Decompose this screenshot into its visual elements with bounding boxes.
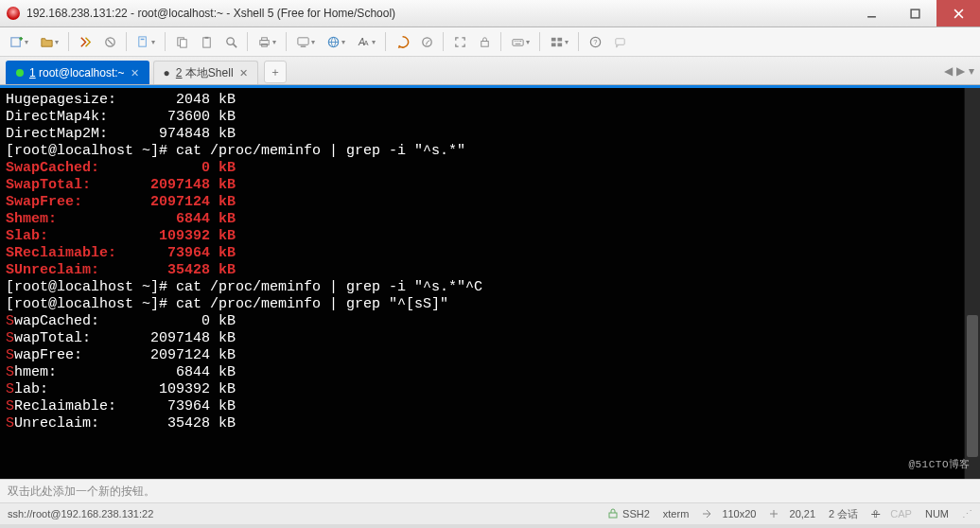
- print-button[interactable]: ▾: [252, 30, 282, 53]
- add-tab-button[interactable]: ＋: [264, 61, 287, 83]
- lock-button[interactable]: [472, 30, 497, 53]
- find-button[interactable]: [219, 30, 243, 53]
- status-term: xterm: [663, 508, 690, 519]
- tab-nav: ◀ ▶ ▾: [944, 57, 974, 84]
- statusbar: ssh://root@192.168.238.131:22 SSH2 xterm…: [0, 502, 980, 524]
- svg-rect-18: [262, 37, 268, 40]
- svg-rect-27: [513, 39, 523, 45]
- status-cursor: 20,21: [769, 508, 815, 519]
- tab-label: 2 本地Shell: [176, 65, 234, 81]
- svg-rect-39: [615, 38, 623, 44]
- status-connection: ssh://root@192.168.238.131:22: [8, 508, 153, 519]
- tab-next-icon[interactable]: ▶: [956, 64, 965, 78]
- color1-button[interactable]: [390, 30, 414, 53]
- tab-prev-icon[interactable]: ◀: [944, 64, 953, 78]
- svg-rect-14: [204, 36, 208, 38]
- window-buttons: [849, 0, 980, 26]
- svg-rect-33: [551, 37, 556, 41]
- tab-menu-icon[interactable]: ▾: [969, 64, 974, 78]
- reconnect-button[interactable]: [73, 30, 97, 53]
- terminal-content: Hugepagesize: 2048 kB DirectMap4k: 73600…: [0, 88, 980, 436]
- close-button[interactable]: [936, 0, 980, 26]
- info-button[interactable]: [607, 30, 632, 53]
- svg-rect-12: [180, 39, 186, 46]
- svg-rect-36: [557, 43, 562, 46]
- bottom-hint-bar[interactable]: 双击此处添加一个新的按钮。: [0, 479, 980, 502]
- scrollbar[interactable]: [964, 88, 980, 479]
- color2-button[interactable]: [414, 30, 439, 53]
- scrollbar-thumb[interactable]: [967, 315, 978, 457]
- svg-rect-40: [609, 513, 617, 518]
- properties-button[interactable]: ▾: [131, 30, 161, 53]
- tab-session-1[interactable]: 1 root@localhost:~ ✕: [6, 61, 149, 84]
- svg-rect-10: [141, 38, 145, 39]
- font-button[interactable]: AA▾: [351, 30, 381, 53]
- svg-line-16: [233, 44, 236, 47]
- svg-rect-20: [298, 37, 308, 44]
- svg-point-15: [226, 37, 234, 44]
- paste-button[interactable]: [194, 30, 219, 53]
- fullscreen-button[interactable]: [447, 30, 472, 53]
- tabbar: 1 root@localhost:~ ✕ ● 2 本地Shell ✕ ＋ ◀ ▶…: [0, 57, 980, 85]
- tab-close-icon[interactable]: ✕: [131, 67, 139, 79]
- maximize-button[interactable]: [893, 0, 936, 26]
- tab-label: 1 root@localhost:~: [29, 66, 125, 79]
- host-icon: ●: [164, 66, 170, 79]
- status-grip-icon: ⋰: [962, 508, 972, 520]
- titlebar: 192.168.238.131:22 - root@localhost:~ - …: [0, 0, 980, 27]
- tab-session-2[interactable]: ● 2 本地Shell ✕: [153, 61, 258, 84]
- globe-button[interactable]: ▾: [321, 30, 351, 53]
- svg-rect-34: [557, 37, 562, 41]
- layout-button[interactable]: ▾: [544, 30, 574, 53]
- open-button[interactable]: ▾: [34, 30, 64, 53]
- status-dot-icon: [16, 69, 24, 77]
- sessions-button[interactable]: ▾: [290, 30, 321, 53]
- status-cap: ⇧ CAP: [871, 508, 912, 520]
- keyboard-button[interactable]: ▾: [505, 30, 535, 53]
- copy-button[interactable]: [169, 30, 194, 53]
- new-session-button[interactable]: ▾: [4, 30, 34, 53]
- minimize-button[interactable]: [849, 0, 893, 26]
- toolbar: ▾ ▾ ▾ ▾ ▾ ▾ AA▾ ▾ ▾ ?: [0, 27, 980, 57]
- svg-rect-13: [202, 37, 210, 46]
- svg-rect-35: [551, 43, 556, 46]
- help-button[interactable]: ?: [583, 30, 607, 53]
- svg-text:A: A: [364, 39, 369, 47]
- svg-rect-26: [481, 41, 488, 46]
- svg-rect-1: [911, 9, 919, 18]
- status-size: 110x20: [702, 508, 756, 519]
- svg-rect-4: [11, 37, 20, 45]
- disconnect-button[interactable]: [97, 30, 122, 53]
- status-num: NUM: [925, 508, 949, 519]
- svg-rect-9: [139, 36, 147, 45]
- watermark: @51CTO博客: [908, 456, 971, 473]
- bottom-hint-text: 双击此处添加一个新的按钮。: [8, 484, 155, 500]
- status-sessions: 2 会话: [829, 507, 858, 521]
- app-icon: [7, 7, 20, 20]
- tab-close-icon[interactable]: ✕: [239, 67, 248, 79]
- window-title: 192.168.238.131:22 - root@localhost:~ - …: [26, 7, 849, 20]
- status-ssh-icon: SSH2: [607, 508, 650, 519]
- terminal[interactable]: Hugepagesize: 2048 kB DirectMap4k: 73600…: [0, 85, 980, 479]
- svg-text:?: ?: [593, 38, 597, 46]
- svg-line-8: [107, 39, 113, 44]
